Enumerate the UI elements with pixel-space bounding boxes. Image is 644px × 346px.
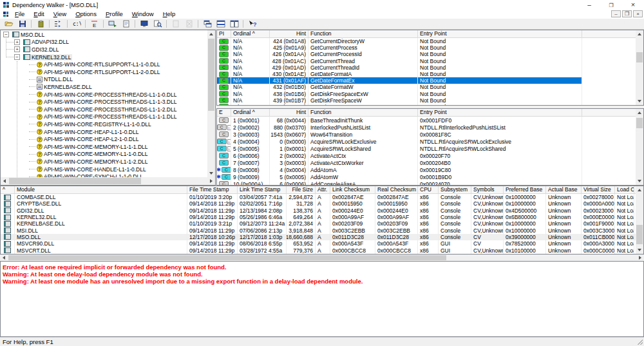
modules-column-header[interactable]: ^ xyxy=(1,186,15,193)
tree-item[interactable]: −KERNEL32.DLL xyxy=(1,53,207,61)
modules-column-header[interactable]: Real Checksum xyxy=(375,186,418,193)
tree-item[interactable]: KERNELBASE.DLL xyxy=(1,83,207,91)
export-row[interactable]: C10 (0x000A)6 (0x0006)AddConsoleAliasA0x… xyxy=(217,180,643,186)
collapse-icon[interactable]: − xyxy=(3,32,9,37)
exports-column-header[interactable]: Entry Point xyxy=(418,109,582,116)
export-row[interactable]: C3 (0x0003)1543 (0x0607)Wow64Transition0… xyxy=(217,131,643,138)
tree-item[interactable]: +ADVAPI32.DLL xyxy=(1,39,207,46)
system-information-button[interactable] xyxy=(137,19,151,29)
import-row[interactable]: CN/A426 (0x01AA)GetCurrentProcessIdNot B… xyxy=(217,51,643,57)
scroll-up-arrow[interactable] xyxy=(636,186,643,194)
tree-horizontal-scrollbar[interactable] xyxy=(1,177,215,185)
menu-window[interactable]: Window xyxy=(128,10,158,19)
module-row[interactable]: COMBASE.DLL01/10/2019 3:20p03/04/2057 7:… xyxy=(1,194,643,200)
modules-column-header[interactable]: Actual Base xyxy=(546,186,582,193)
open-button[interactable] xyxy=(2,19,15,29)
menu-file[interactable]: File xyxy=(10,10,29,19)
tree-item[interactable]: ?API-MS-WIN-CORE-RTLSUPPORT-L1-1-0.DLL xyxy=(1,61,207,68)
modules-column-header[interactable]: Attr. xyxy=(316,186,330,193)
module-row[interactable]: KERNELBASE.DLL01/10/2019 3:21p09/12/2073… xyxy=(1,220,643,227)
exports-column-header[interactable]: Hint xyxy=(270,109,308,116)
modules-column-header[interactable]: Symbols xyxy=(471,186,504,193)
import-row[interactable]: CN/A439 (0x01B7)GetDiskFreeSpaceWNot Bou… xyxy=(217,97,643,104)
modules-column-header[interactable]: Load Order xyxy=(615,186,634,193)
minimize-button[interactable] xyxy=(578,0,600,10)
collapse-icon[interactable]: − xyxy=(14,54,20,60)
export-row[interactable]: C›5 (0x0005)1 (0x0001)AcquireSRWLockShar… xyxy=(217,145,643,152)
scrollbar-thumb[interactable] xyxy=(636,225,643,244)
import-row[interactable]: CN/A430 (0x01AE)GetDateFormatANot Bound xyxy=(217,71,643,77)
scroll-right-arrow[interactable] xyxy=(207,177,215,185)
imports-column-header[interactable]: PI xyxy=(217,30,231,37)
import-row[interactable]: CN/A431 (0x01AF)GetDateFormatExNot Bound xyxy=(217,77,582,84)
modules-column-header[interactable]: CPU xyxy=(418,186,439,193)
scroll-up-arrow[interactable] xyxy=(636,109,643,117)
expand-icon[interactable]: + xyxy=(14,39,20,45)
resize-grip[interactable] xyxy=(638,340,643,345)
full-paths-button[interactable]: c:\ xyxy=(70,19,83,29)
module-row[interactable]: MSO.DLL12/17/2018 10:26p12/17/2018 1:03p… xyxy=(1,234,643,240)
imports-column-header[interactable]: Hint xyxy=(270,30,308,37)
modules-column-header[interactable]: Subsystem xyxy=(439,186,471,193)
restore-button[interactable] xyxy=(600,0,622,10)
export-row[interactable]: C6 (0x0006)2 (0x0002)ActivateActCtx0x000… xyxy=(217,152,643,159)
modules-column-header[interactable]: Link Time Stamp xyxy=(238,186,287,193)
scroll-up-arrow[interactable] xyxy=(207,30,215,38)
context-help-button[interactable]: ? xyxy=(245,19,259,29)
scrollbar-thumb[interactable] xyxy=(636,118,643,128)
scrollbar-thumb[interactable] xyxy=(8,255,446,260)
scroll-down-arrow[interactable] xyxy=(636,177,643,185)
tree-item[interactable]: −MSO.DLL xyxy=(1,31,207,39)
modules-column-header[interactable]: File Size xyxy=(287,186,316,193)
modules-column-header[interactable]: Link Checksum xyxy=(330,186,375,193)
menu-edit[interactable]: Edit xyxy=(29,10,48,19)
exports-column-header[interactable]: Ordinal ^ xyxy=(231,109,270,116)
exports-column-header[interactable]: Function xyxy=(308,109,418,116)
modules-column-header[interactable]: Preferred Base xyxy=(504,186,546,193)
tree-item[interactable]: ?API-MS-WIN-CORE-PROCESSTHREADS-L1-1-0.D… xyxy=(1,91,207,99)
cascade-windows-button[interactable] xyxy=(200,19,214,29)
tree-item[interactable]: ?API-MS-WIN-CORE-PROCESSTHREADS-L1-1-2.D… xyxy=(1,106,207,113)
copy-button[interactable] xyxy=(33,19,47,29)
module-row[interactable]: GDI32.DLL09/14/2018 11:29p12/13/1984 2:0… xyxy=(1,207,643,214)
export-row[interactable]: C›2 (0x0002)880 (0x0370)InterlockedPushL… xyxy=(217,124,643,131)
tree-item[interactable]: ?API-MS-WIN-CORE-SYNCH-L1-1-0.DLL xyxy=(1,173,207,177)
tree-item[interactable]: ?API-MS-WIN-CORE-PROCESSTHREADS-L1-1-3.D… xyxy=(1,98,207,106)
scroll-down-arrow[interactable] xyxy=(636,246,643,254)
export-row[interactable]: C›4 (0x0004)0 (0x0000)AcquireSRWLockExcl… xyxy=(217,138,643,145)
scroll-up-arrow[interactable] xyxy=(636,30,643,38)
imports-vertical-scrollbar[interactable] xyxy=(636,30,643,105)
tree-vertical-scrollbar[interactable] xyxy=(207,30,215,177)
tree-item[interactable]: ?API-MS-WIN-CORE-PROCESSTHREADS-L1-1-1.D… xyxy=(1,113,207,121)
module-row[interactable]: KERNEL32.DLL09/14/2018 11:29p05/26/1986 … xyxy=(1,214,643,220)
module-row[interactable]: CRYPTBASE.DLL09/14/2018 11:29p02/02/2051… xyxy=(1,200,643,207)
tree-item[interactable]: ?API-MS-WIN-CORE-HANDLE-L1-1-0.DLL xyxy=(1,166,207,173)
tile-horizontal-button[interactable] xyxy=(214,19,227,29)
menu-help[interactable]: Help xyxy=(158,10,180,19)
tree-item[interactable]: ?API-MS-WIN-CORE-RTLSUPPORT-L1-2-0.DLL xyxy=(1,68,207,76)
modules-horizontal-scrollbar[interactable] xyxy=(0,255,644,261)
import-row[interactable]: CN/A424 (0x01A8)GetCurrentDirectoryWNot … xyxy=(217,38,643,44)
scroll-down-arrow[interactable] xyxy=(207,169,215,177)
export-row[interactable]: C7 (0x0007)3 (0x0003)ActivateActCtxWorke… xyxy=(217,159,643,166)
import-row[interactable]: CN/A425 (0x01A9)GetCurrentProcessNot Bou… xyxy=(217,44,643,51)
import-row[interactable]: CN/A432 (0x01B0)GetDateFormatWNot Bound xyxy=(217,84,643,90)
menu-view[interactable]: View xyxy=(49,10,71,19)
scroll-down-arrow[interactable] xyxy=(636,97,643,105)
tree-item[interactable]: ?API-MS-WIN-CORE-REGISTRY-L1-1-0.DLL xyxy=(1,120,207,128)
tree-item[interactable]: NTDLL.DLL xyxy=(1,76,207,84)
search-button[interactable] xyxy=(151,19,164,29)
exports-column-header[interactable]: E xyxy=(217,109,231,116)
modules-vertical-scrollbar[interactable] xyxy=(636,186,643,254)
modules-column-header[interactable]: Module xyxy=(15,186,187,193)
menu-profile[interactable]: Profile xyxy=(101,10,128,19)
tree-item[interactable]: ?API-MS-WIN-CORE-HEAP-L2-1-0.DLL xyxy=(1,135,207,143)
mdi-restore-button[interactable]: ❐ xyxy=(622,10,632,17)
scrollbar-thumb[interactable] xyxy=(208,39,214,111)
close-button[interactable] xyxy=(622,0,644,10)
module-row[interactable]: MSVCR90.DLL09/14/2018 11:29p08/06/2018 6… xyxy=(1,240,643,247)
tree-item[interactable]: ?API-MS-WIN-CORE-MEMORY-L1-1-2.DLL xyxy=(1,158,207,166)
modules-column-header[interactable]: File Time Stamp xyxy=(187,186,238,193)
export-row[interactable]: ✱C9 (0x0009)5 (0x0005)AddAtomW0x0001B9D0 xyxy=(217,173,643,180)
import-row[interactable]: CN/A443 (0x01BB)GetDriveTypeWNot Bound xyxy=(217,104,643,106)
